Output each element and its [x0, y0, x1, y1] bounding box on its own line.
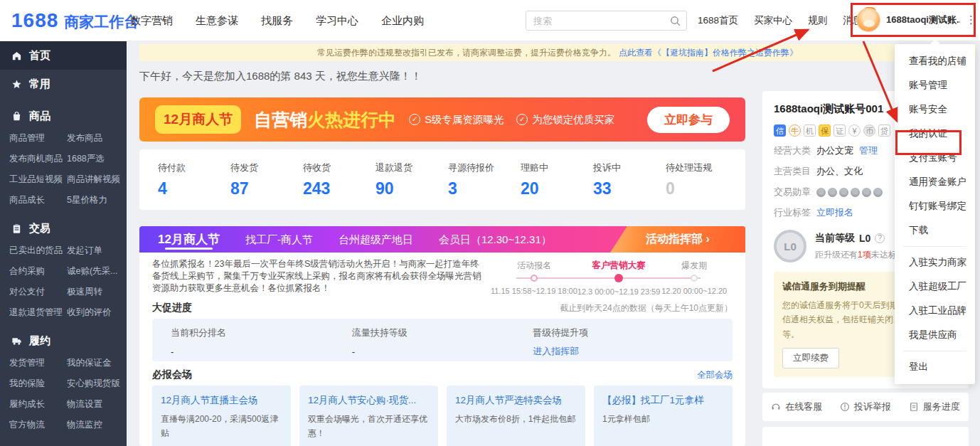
- sidebar-link-official-logistics[interactable]: 官方物流: [9, 415, 67, 435]
- sidebar-link-received-reviews[interactable]: 收到的评价: [67, 302, 127, 323]
- sidebar-group-shop[interactable]: 旺铺: [0, 441, 127, 446]
- tab-december-merchant-festival[interactable]: 12月商人节: [158, 226, 220, 253]
- stat-violations[interactable]: 待处理违规0: [666, 161, 738, 210]
- credit-badge-icon[interactable]: ¥: [848, 124, 861, 137]
- venue-card-anxin-spot[interactable]: 12月商人节安心购·现货... 双重会场曝光，首次开通还享优惠！: [299, 386, 438, 446]
- sidebar-link-fast-turnover[interactable]: 极速周转: [67, 282, 127, 302]
- venue-card-live-main[interactable]: 12月商人节直播主会场 直播每满200-20，采满500返津贴: [152, 386, 291, 446]
- credit-badge-icon[interactable]: 币: [863, 124, 875, 137]
- sidebar-link-product-explain-video[interactable]: 商品讲解视频: [67, 169, 127, 190]
- sidebar-link-5star-price[interactable]: 5星价格力: [67, 190, 127, 211]
- signup-now-link[interactable]: 立即报名: [816, 206, 853, 219]
- menu-item-alipay-account[interactable]: 支付宝账号: [895, 146, 975, 170]
- stat-claims[interactable]: 理赔中20: [521, 161, 593, 210]
- more-dots-icon[interactable]: ⋮: [966, 14, 976, 26]
- tab-find-factory[interactable]: 找工厂-商人节: [245, 226, 313, 253]
- menu-item-account-security[interactable]: 账号安全: [895, 97, 975, 122]
- sidebar-link-create-order[interactable]: 发起订单: [67, 240, 127, 261]
- stat-complaints[interactable]: 投诉中33: [593, 161, 666, 210]
- enter-command-center-link[interactable]: 进入指挥部: [533, 345, 714, 358]
- sidebar-link-anxin-spot[interactable]: 安心购现货版: [67, 373, 127, 394]
- menu-item-my-certification[interactable]: 我的认证: [895, 122, 975, 146]
- menu-item-dingtalk-binding[interactable]: 钉钉账号绑定: [895, 194, 975, 218]
- menu-item-i-am-supplier[interactable]: 我是供应商: [895, 323, 975, 347]
- sidebar-link-corporate-pay[interactable]: 对公支付: [9, 282, 67, 302]
- join-now-button[interactable]: 立即参与: [647, 107, 730, 133]
- stats-card: 待付款4 待发货87 待收货243 退款退货90 寻源待报价3 理赔中20 投诉…: [139, 149, 745, 210]
- progress-upgrade-items: 晋级待提升项 进入指挥部: [533, 326, 714, 354]
- search-input[interactable]: [526, 11, 686, 30]
- sidebar-link-sold-goods[interactable]: 已卖出的货品: [9, 240, 67, 261]
- credit-badge-icon[interactable]: 贷: [878, 124, 890, 137]
- sidebar-link-my-deposit[interactable]: 我的保证金: [67, 353, 127, 373]
- venue-card-select-sale[interactable]: 12月商人节严选特卖会场 大市场发布价8折，1件起批包邮: [447, 386, 585, 446]
- sidebar-group-fulfillment[interactable]: 履约: [0, 329, 127, 353]
- venue-card-one-yuan-sample[interactable]: 【必报】找工厂1元拿样 1元拿样包邮: [594, 386, 733, 446]
- stat-pending-receipt[interactable]: 待收货243: [303, 161, 376, 210]
- nav-enterprise-purchase[interactable]: 企业内购: [381, 14, 424, 28]
- sidebar-link-contract-purchase[interactable]: 合约采购: [9, 261, 67, 282]
- tab-member-day[interactable]: 会员日（12.30~12.31）: [439, 226, 552, 253]
- sidebar-link-product-growth[interactable]: 商品成长: [9, 190, 67, 211]
- menu-item-general-fund-account[interactable]: 通用资金账户: [895, 170, 975, 194]
- online-service-item[interactable]: 在线客服: [771, 400, 822, 413]
- tab-taizhou-origin-day[interactable]: 台州超级产地日: [339, 226, 413, 253]
- menu-item-join-strength-merchant[interactable]: 入驻实力商家: [895, 250, 975, 275]
- search-icon[interactable]: [670, 16, 681, 27]
- stat-refund-return[interactable]: 退款退货90: [376, 161, 448, 210]
- credit-badge-icon[interactable]: 保: [819, 124, 831, 137]
- sidebar-group-trade-label: 交易: [29, 222, 50, 235]
- sidebar-item-home[interactable]: 首页: [0, 41, 127, 70]
- sidebar-link-industrial-video[interactable]: 工业品短视频: [9, 169, 67, 190]
- credit-badge-icon[interactable]: 信: [774, 124, 786, 137]
- menu-item-join-industrial-brand[interactable]: 入驻工业品牌: [895, 299, 975, 323]
- link-rules[interactable]: 规则: [808, 14, 827, 27]
- credit-badge-icon[interactable]: 机: [804, 124, 816, 137]
- sidebar-group-product[interactable]: 商品: [0, 104, 127, 128]
- menu-item-join-super-factory[interactable]: 入驻超级工厂: [895, 275, 975, 299]
- sidebar-link-refund-manage[interactable]: 退款退货管理: [9, 302, 67, 323]
- stat-pending-payment[interactable]: 待付款4: [158, 161, 230, 210]
- nav-find-services[interactable]: 找服务: [261, 14, 293, 28]
- help-icon[interactable]: ?: [875, 233, 885, 243]
- timeline-step-burst-period: 爆发期 12.20 00:00~12.20: [660, 260, 728, 296]
- all-venues-link[interactable]: 全部会场: [697, 369, 733, 381]
- renew-now-button[interactable]: 立即续费: [782, 348, 839, 368]
- nav-business-advisor[interactable]: 生意参谋: [196, 14, 238, 28]
- nav-learning-center[interactable]: 学习中心: [316, 14, 358, 28]
- sidebar-link-logistics-settings[interactable]: 物流设置: [67, 394, 127, 415]
- sidebar-link-1688-select[interactable]: 1688严选: [67, 149, 127, 169]
- banner-point-2: ✓ 为您锁定优质买家: [516, 113, 614, 127]
- credit-badge-icon[interactable]: 牛: [789, 124, 801, 137]
- promo-banner[interactable]: 12月商人节 自营销火热进行中 ✓ S级专属资源曝光 ✓ 为您锁定优质买家 立即…: [139, 97, 745, 142]
- sidebar-link-logistics-monitor[interactable]: 物流监控: [67, 415, 127, 435]
- account-button[interactable]: 1688taoqi测试账.. ⋮: [856, 8, 976, 32]
- sidebar-link-shipping-manage[interactable]: 发货管理: [9, 353, 67, 373]
- credit-badge-icon[interactable]: 证: [833, 124, 846, 137]
- sidebar-link-my-insurance[interactable]: 我的保险: [9, 373, 67, 394]
- sidebar-link-cheng-e-credit[interactable]: 诚e赊(先采...: [67, 261, 127, 282]
- notice-link[interactable]: 点此查看《【避坑指南】价格作弊之运费作弊》: [619, 47, 798, 59]
- menu-item-download[interactable]: 下载: [895, 218, 975, 243]
- nav-digital-marketing[interactable]: 数字营销: [130, 14, 173, 28]
- stat-pending-shipment[interactable]: 待发货87: [230, 161, 303, 210]
- sidebar-link-publish-product[interactable]: 发布商品: [67, 128, 127, 149]
- sidebar-link-publish-opportunity[interactable]: 发布商机商品: [9, 149, 67, 169]
- logo-1688[interactable]: 1688 商家工作台: [11, 9, 139, 32]
- menu-item-logout[interactable]: 登出: [895, 355, 975, 379]
- command-center-button[interactable]: 活动指挥部 ›: [610, 226, 745, 253]
- level-hint: 距升级还有1项未达标: [815, 249, 897, 261]
- sidebar-link-fulfillment-growth[interactable]: 履约成长: [9, 394, 67, 415]
- complaint-report-item[interactable]: 投诉举报: [840, 400, 891, 413]
- manage-link[interactable]: 管理: [859, 144, 878, 157]
- menu-item-view-my-shop[interactable]: 查看我的店铺: [895, 49, 975, 73]
- sidebar-group-trade[interactable]: 交易: [0, 216, 127, 240]
- link-buyer-center[interactable]: 买家中心: [754, 14, 792, 27]
- menu-divider: [903, 351, 966, 351]
- menu-item-account-management[interactable]: 账号管理: [895, 73, 975, 97]
- link-1688-home[interactable]: 1688首页: [698, 14, 738, 27]
- sidebar-item-common[interactable]: 常用: [0, 70, 127, 98]
- service-progress-item[interactable]: 服务进度: [909, 400, 960, 413]
- stat-sourcing-quote[interactable]: 寻源待报价3: [448, 161, 521, 210]
- sidebar-link-product-manage[interactable]: 商品管理: [9, 128, 67, 149]
